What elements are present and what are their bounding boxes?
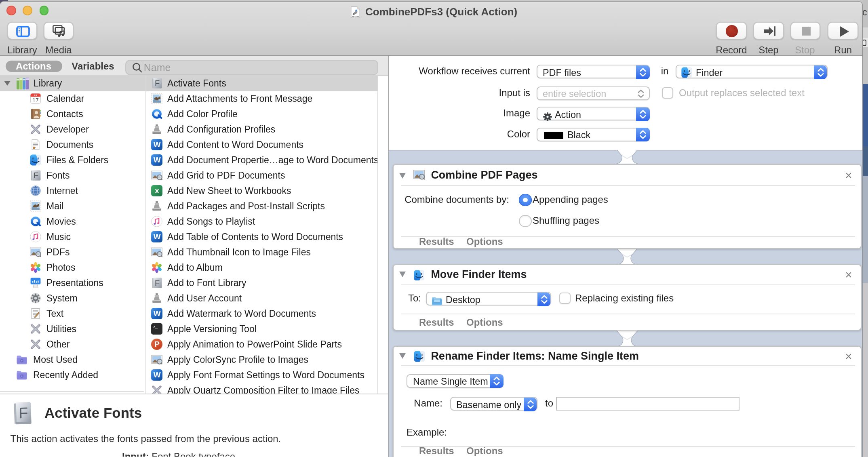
svg-text:F: F [155,278,160,287]
svg-text:F: F [34,171,38,180]
svg-text:JUL: JUL [34,94,38,97]
svg-text:F: F [155,79,160,88]
svg-text:17: 17 [32,97,39,103]
svg-text:F: F [18,404,28,422]
svg-text:WFLOW: WFLOW [352,15,359,17]
